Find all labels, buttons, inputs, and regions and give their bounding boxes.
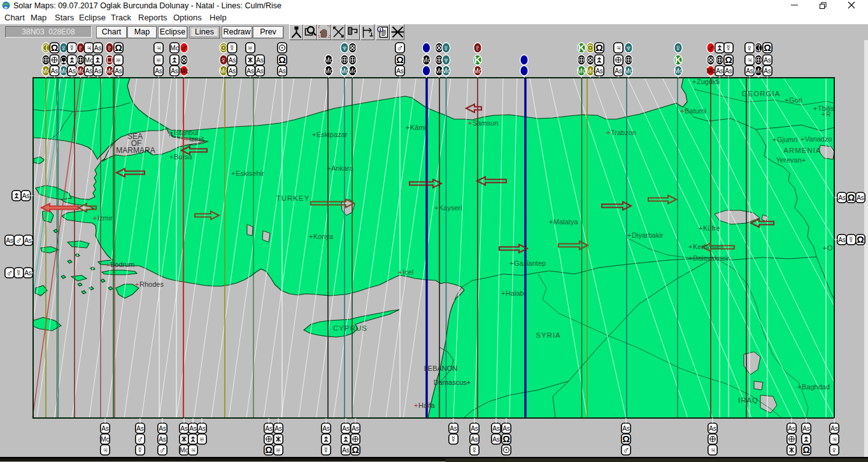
svg-text:As: As [155,68,162,75]
svg-text:Mc: Mc [180,447,188,454]
svg-text:As: As [764,68,771,75]
svg-text:+: + [135,280,139,288]
svg-text:♂: ♂ [397,43,404,53]
svg-text:As: As [622,425,630,432]
svg-text:Ω: Ω [502,434,510,444]
svg-text:Yerevan+: Yerevan+ [776,156,806,164]
svg-text:+: + [501,289,505,297]
svg-text:+: + [813,105,817,112]
svg-text:☿: ☿ [450,434,457,444]
svg-text:+: + [549,218,553,226]
svg-text:As: As [198,425,206,432]
svg-text:+: + [169,153,173,161]
svg-text:As: As [101,425,109,432]
svg-text:♂: ♂ [708,43,715,53]
svg-text:CYPRUS: CYPRUS [333,324,367,332]
svg-text:As: As [595,68,603,75]
svg-text:+: + [509,259,513,267]
svg-text:☿: ☿ [725,43,732,53]
svg-text:As: As [746,68,753,75]
svg-text:+: + [185,135,189,143]
svg-text:Haifa: Haifa [418,401,436,409]
svg-text:Mc: Mc [348,68,357,75]
svg-text:As: As [136,425,144,432]
svg-text:+: + [692,78,696,85]
svg-text:Ω: Ω [115,43,122,53]
svg-text:Kerbasan: Kerbasan [693,243,723,250]
svg-text:♅: ♅ [155,55,162,65]
svg-text:+: + [823,244,827,252]
svg-text:As: As [471,436,478,443]
svg-text:K: K [675,55,682,65]
svg-text:As: As [278,68,286,75]
svg-text:As: As [802,425,810,432]
svg-text:♃: ♃ [709,445,716,455]
svg-text:As: As [342,425,350,432]
svg-text:As: As [274,425,282,432]
svg-text:♃: ♃ [102,445,109,455]
svg-text:Ω: Ω [595,43,603,53]
svg-text:Damascus+: Damascus+ [434,379,471,386]
svg-text:As: As [725,68,732,75]
svg-text:As: As [709,425,716,432]
svg-text:Mc: Mc [586,68,594,75]
svg-text:Ankara: Ankara [331,164,354,172]
svg-text:As: As [94,45,102,52]
svg-text:+: + [822,111,825,118]
svg-text:Ω: Ω [725,55,732,65]
svg-text:As: As [229,68,236,75]
svg-text:Mc: Mc [674,68,682,75]
svg-text:♇: ♇ [474,43,481,53]
svg-text:Mc: Mc [577,68,585,75]
svg-text:♂: ♂ [623,445,630,455]
svg-text:As: As [764,57,771,64]
svg-text:Malatya: Malatya [553,218,578,226]
svg-text:Ω: Ω [51,43,59,53]
svg-text:♂: ♂ [137,434,144,444]
svg-text:As: As [838,194,846,201]
svg-text:As: As [502,425,510,432]
svg-text:As: As [68,68,76,75]
svg-text:Mc: Mc [706,68,715,75]
svg-text:As: As [492,436,500,443]
svg-text:♇: ♇ [77,43,84,53]
svg-text:+: + [327,164,331,172]
svg-text:♅: ♅ [275,445,282,455]
svg-text:As: As [159,436,166,443]
svg-text:Baghdad: Baghdad [802,383,830,391]
svg-text:☿: ☿ [848,235,855,245]
svg-text:+: + [468,119,472,127]
svg-text:As: As [171,68,178,75]
svg-text:☿: ☿ [15,268,22,278]
svg-text:As: As [256,68,264,75]
svg-text:As: As [788,425,795,432]
svg-text:Ω: Ω [278,55,286,65]
svg-text:As: As [492,425,500,432]
svg-text:Bursa: Bursa [174,153,193,161]
svg-text:♇: ♇ [106,43,113,53]
svg-text:Mc: Mc [41,68,50,75]
svg-text:+: + [434,204,438,212]
svg-text:As: As [716,68,723,75]
svg-text:LEBANON: LEBANON [424,365,458,372]
svg-text:♃: ♃ [85,43,92,53]
svg-text:Batumi: Batumi [685,107,706,115]
svg-text:☿: ☿ [69,43,76,53]
svg-text:ARMENIA: ARMENIA [783,147,821,154]
svg-text:♅: ♅ [247,43,254,53]
svg-text:Eskipazar: Eskipazar [317,131,348,138]
svg-text:♃: ♃ [190,445,197,455]
svg-text:♅: ♅ [115,55,122,65]
svg-text:Mc: Mc [324,68,332,75]
svg-text:Mc: Mc [101,436,109,443]
svg-text:Mc: Mc [422,57,430,64]
svg-text:As: As [115,68,122,75]
svg-text:+: + [414,401,418,409]
svg-text:♀: ♀ [443,43,450,53]
svg-text:Mc: Mc [624,68,632,75]
svg-text:+: + [688,254,692,262]
svg-text:Küfre: Küfre [703,224,720,232]
svg-text:+: + [772,136,776,143]
svg-text:Mc: Mc [59,68,68,75]
svg-text:Mc: Mc [170,45,178,52]
